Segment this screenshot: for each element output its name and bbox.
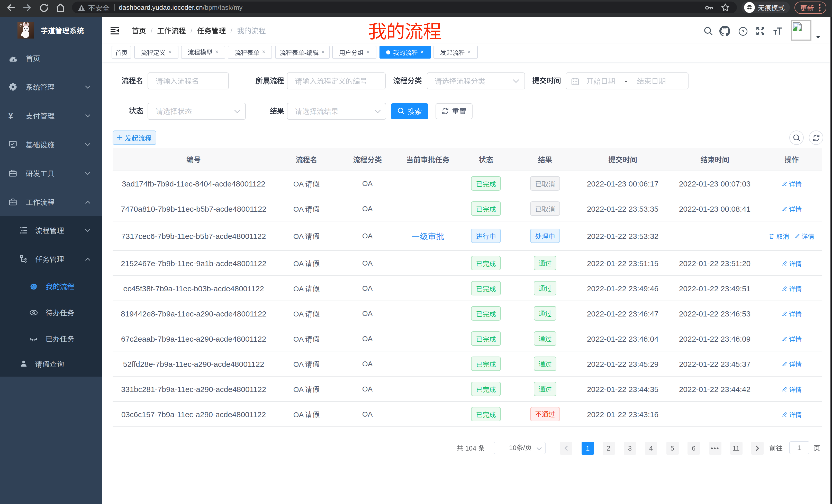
svg-text:?: ? [742,28,745,34]
